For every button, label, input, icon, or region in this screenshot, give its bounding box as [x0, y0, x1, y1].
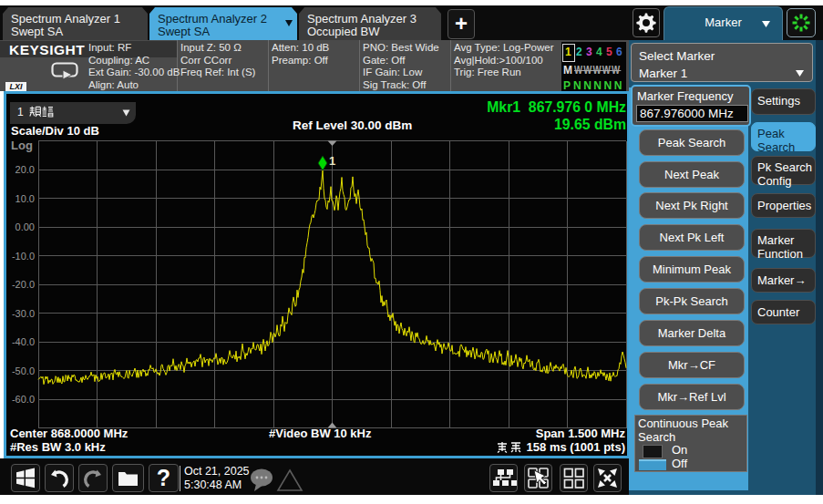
svg-text:1: 1	[329, 154, 335, 168]
svg-text:0.00: 0.00	[15, 221, 35, 232]
svg-text:-50.0: -50.0	[12, 365, 35, 376]
svg-text:-20.0: -20.0	[12, 279, 35, 290]
svg-text:20.0: 20.0	[15, 164, 35, 175]
svg-text:-10.0: -10.0	[12, 251, 35, 262]
svg-text:-30.0: -30.0	[12, 308, 35, 319]
svg-text:-40.0: -40.0	[12, 336, 35, 347]
svg-text:-60.0: -60.0	[12, 394, 35, 405]
svg-text:10.0: 10.0	[15, 193, 35, 204]
